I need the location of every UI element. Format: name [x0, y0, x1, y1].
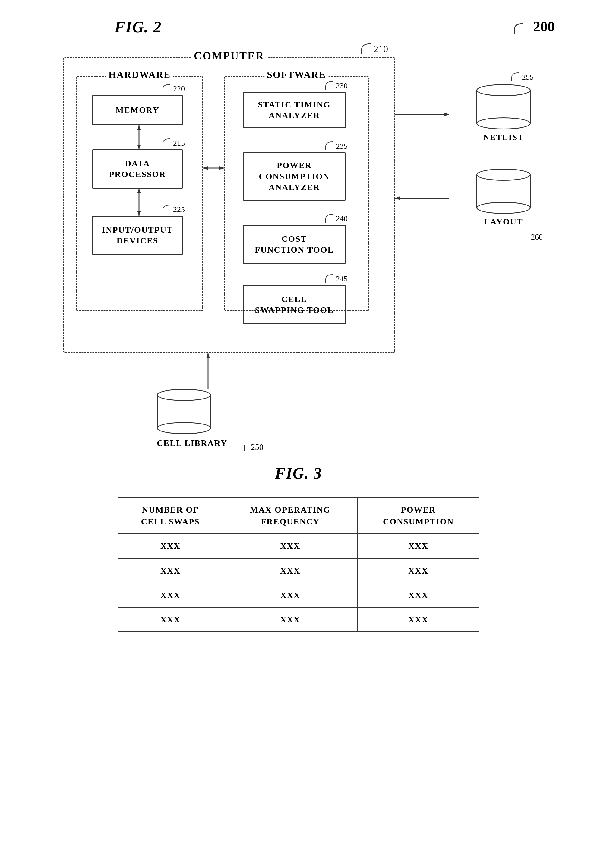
table-row: XXX XXX XXX: [118, 534, 479, 558]
hw-sw-arrow: [203, 162, 224, 174]
layout-db-container: 260 LAYOUT: [477, 169, 531, 226]
power-1: XXX: [358, 534, 479, 558]
col-header-freq: MAX OPERATINGFREQUENCY: [223, 497, 358, 534]
svg-marker-25: [206, 353, 210, 358]
cell-library-arrow: [202, 353, 214, 389]
data-processor-box: DATAPROCESSOR 215: [92, 149, 183, 189]
power-consumption-box: POWERCONSUMPTIONANALYZER 235: [243, 152, 346, 201]
cell-swaps-1: XXX: [118, 534, 223, 558]
table-row: XXX XXX XXX: [118, 583, 479, 607]
memory-ref: 220: [158, 83, 185, 94]
cell-swapping-ref: 245: [321, 273, 348, 284]
netlist-ref: 255: [507, 71, 534, 82]
computer-ref: 210: [355, 41, 388, 55]
max-freq-4: XXX: [223, 607, 358, 632]
cell-swapping-box: CELLSWAPPING TOOL 245: [243, 285, 346, 325]
cell-swaps-2: XXX: [118, 558, 223, 583]
cell-library-ref: 250: [240, 442, 263, 452]
computer-label: COMPUTER: [191, 49, 267, 62]
cost-function-box: COSTFUNCTION TOOL 240: [243, 225, 346, 264]
cell-swaps-4: XXX: [118, 607, 223, 632]
cell-library-label: CELL LIBRARY: [157, 437, 227, 449]
power-consumption-label: POWERCONSUMPTIONANALYZER: [259, 160, 330, 193]
max-freq-3: XXX: [223, 583, 358, 607]
io-devices-label: INPUT/OUTPUTDEVICES: [102, 225, 173, 247]
max-freq-1: XXX: [223, 534, 358, 558]
col-header-swaps: NUMBER OFCELL SWAPS: [118, 497, 223, 534]
computer-box: 210 COMPUTER HARDWARE MEMORY 220: [63, 57, 395, 353]
software-box: SOFTWARE STATIC TIMINGANALYZER 230 POWER…: [224, 76, 369, 311]
svg-marker-16: [203, 166, 208, 170]
data-processor-label: DATAPROCESSOR: [109, 158, 166, 180]
power-2: XXX: [358, 558, 479, 583]
data-processor-ref: 215: [158, 137, 185, 148]
fig2-ref-number: 200: [533, 18, 555, 34]
io-devices-ref: 225: [158, 203, 185, 214]
fig3-section: FIG. 3 NUMBER OFCELL SWAPS MAX OPERATING…: [36, 465, 561, 632]
fig2-main-ref: 200: [505, 18, 555, 36]
hardware-label: HARDWARE: [106, 69, 173, 80]
svg-marker-6: [137, 125, 141, 130]
cost-function-ref: 240: [321, 212, 348, 223]
cell-swaps-3: XXX: [118, 583, 223, 607]
static-timing-label: STATIC TIMINGANALYZER: [258, 99, 331, 121]
cell-swapping-label: CELLSWAPPING TOOL: [255, 294, 334, 316]
netlist-label: NETLIST: [477, 133, 531, 142]
fig2-title: FIG. 2: [114, 18, 561, 36]
power-3: XXX: [358, 583, 479, 607]
software-label: SOFTWARE: [264, 69, 328, 80]
cost-function-label: COSTFUNCTION TOOL: [255, 234, 334, 256]
table-row: XXX XXX XXX: [118, 558, 479, 583]
static-timing-ref: 230: [321, 80, 348, 91]
svg-marker-10: [137, 211, 141, 216]
power-4: XXX: [358, 607, 479, 632]
memory-box: MEMORY 220: [92, 95, 183, 125]
fig3-table: NUMBER OFCELL SWAPS MAX OPERATINGFREQUEN…: [117, 497, 480, 632]
processor-to-io-arrow: [133, 189, 145, 216]
layout-ref: 260: [516, 231, 543, 242]
svg-marker-9: [137, 189, 141, 194]
fig3-title: FIG. 3: [36, 465, 561, 482]
netlist-db-container: 255 NETLIST: [477, 84, 531, 142]
static-timing-box: STATIC TIMINGANALYZER 230: [243, 92, 346, 128]
memory-label: MEMORY: [116, 105, 159, 116]
svg-marker-19: [444, 113, 449, 116]
to-netlist-arrow: [395, 108, 455, 121]
io-devices-box: INPUT/OUTPUTDEVICES 225: [92, 216, 183, 255]
layout-label: LAYOUT: [477, 217, 531, 226]
power-consumption-ref: 235: [321, 140, 348, 151]
cell-library-container: CELL LIBRARY 250: [157, 389, 227, 449]
hardware-box: HARDWARE MEMORY 220 DATAPROCESSOR: [76, 76, 203, 311]
table-row: XXX XXX XXX: [118, 607, 479, 632]
max-freq-2: XXX: [223, 558, 358, 583]
svg-marker-21: [395, 197, 400, 200]
memory-to-processor-arrow: [133, 125, 145, 149]
col-header-power: POWERCONSUMPTION: [358, 497, 479, 534]
svg-marker-17: [219, 166, 224, 170]
to-layout-arrow: [395, 192, 455, 204]
svg-marker-7: [137, 144, 141, 149]
